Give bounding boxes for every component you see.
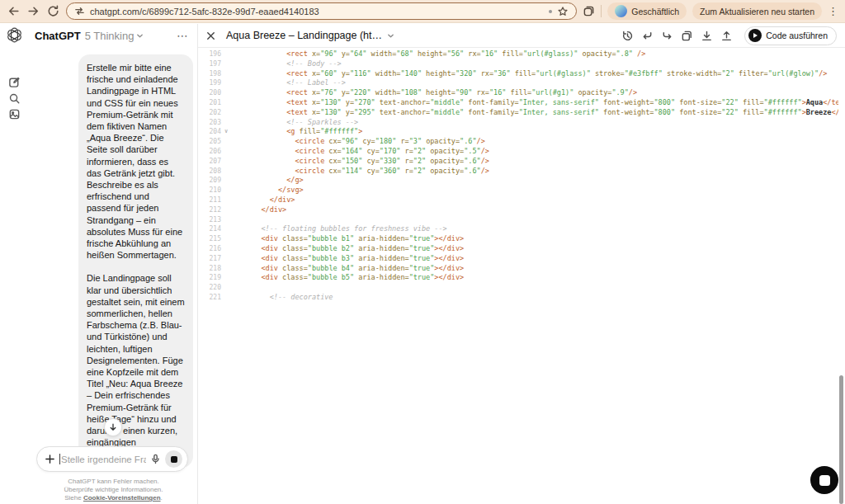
conversation-menu-icon[interactable]: ⋯ xyxy=(177,29,189,42)
reload-icon[interactable] xyxy=(46,4,60,18)
code-text: <div class="bubble b3" aria-hidden="true… xyxy=(244,254,464,264)
model-selector[interactable]: 5 Thinking xyxy=(85,30,144,42)
code-text: </div> xyxy=(244,205,286,215)
code-line[interactable]: 201 <text x="130" y="270" text-anchor="m… xyxy=(198,98,838,108)
code-line[interactable]: 211 </div> xyxy=(198,195,838,205)
canvas-scrollbar-thumb[interactable] xyxy=(839,375,843,504)
chat-disclaimer: ChatGPT kann Fehler machen. Überprüfe wi… xyxy=(30,478,197,502)
cookie-settings-link[interactable]: Cookie-Voreinstellungen xyxy=(83,494,161,502)
user-message-bubble: Erstelle mir bitte eine frische und einl… xyxy=(78,54,193,468)
code-line[interactable]: 196 <rect x="96" y="64" width="68" heigh… xyxy=(198,49,838,59)
profile-chip-label: Geschäftlich xyxy=(631,7,679,16)
chat-composer[interactable] xyxy=(36,446,188,472)
update-chrome-button[interactable]: Zum Aktualisieren neu starten xyxy=(692,2,822,20)
code-line[interactable]: 204∨ <g fill="#ffffff"> xyxy=(198,127,838,137)
library-icon[interactable] xyxy=(8,108,21,120)
line-number: 197 xyxy=(198,59,221,69)
gutter-spacer xyxy=(221,273,231,283)
fold-chevron-icon[interactable]: ∨ xyxy=(221,127,231,137)
gutter-spacer xyxy=(221,147,231,157)
canvas-panel: Aqua Breeze – Landingpage (ht… xyxy=(198,24,845,504)
code-line[interactable]: 214 <!-- floating bubbles for freshness … xyxy=(198,224,838,234)
update-chrome-label: Zum Aktualisieren neu starten xyxy=(700,7,814,16)
disclaimer-line-2: Überprüfe wichtige Informationen. xyxy=(30,486,197,494)
browser-menu-icon[interactable]: ⋮ xyxy=(828,6,838,16)
code-line[interactable]: 215 <div class="bubble b1" aria-hidden="… xyxy=(198,234,838,244)
chatgpt-logo[interactable] xyxy=(6,26,23,44)
code-line[interactable]: 198 <rect x="60" y="116" width="140" hei… xyxy=(198,69,838,79)
gutter-spacer xyxy=(221,244,231,254)
canvas-title[interactable]: Aqua Breeze – Landingpage (ht… xyxy=(226,30,382,41)
code-editor[interactable]: 195 <!-- ... -->196 <rect x="96" y="64" … xyxy=(198,48,838,303)
code-line[interactable]: 217 <div class="bubble b3" aria-hidden="… xyxy=(198,254,838,264)
line-number: 209 xyxy=(198,176,221,186)
sidebar-rail xyxy=(0,24,30,504)
redo-icon[interactable] xyxy=(661,30,673,42)
line-number: 217 xyxy=(198,254,221,264)
gutter-spacer xyxy=(221,69,231,79)
new-chat-icon[interactable] xyxy=(8,76,21,88)
code-line[interactable]: 197 <!-- Body --> xyxy=(198,59,838,69)
close-icon[interactable] xyxy=(205,31,216,41)
stop-generating-button[interactable] xyxy=(810,466,838,494)
canvas-title-chevron-icon[interactable] xyxy=(387,32,394,40)
code-line[interactable]: 203 <!-- Sparkles --> xyxy=(198,118,838,128)
code-line[interactable]: 220 xyxy=(198,283,838,293)
code-line[interactable]: 207 <circle cx="150" cy="330" r="2" opac… xyxy=(198,157,838,167)
gutter-spacer xyxy=(221,98,231,108)
download-icon[interactable] xyxy=(701,30,713,42)
code-text: </div> xyxy=(244,195,295,205)
line-number: 198 xyxy=(198,69,221,79)
code-line[interactable]: 209 </g> xyxy=(198,176,838,186)
line-number: 220 xyxy=(198,283,221,293)
copy-icon[interactable] xyxy=(681,30,693,42)
code-line[interactable]: 218 <div class="bubble b4" aria-hidden="… xyxy=(198,264,838,274)
scroll-to-bottom-button[interactable] xyxy=(104,418,122,436)
forward-icon[interactable] xyxy=(26,4,40,18)
address-bar[interactable]: chatgpt.com/c/6899c712-5afc-832e-99d7-ea… xyxy=(66,2,577,20)
code-line[interactable]: 213 xyxy=(198,215,838,225)
share-icon[interactable] xyxy=(720,30,733,42)
run-code-button[interactable]: Code ausführen xyxy=(744,26,837,45)
gutter-spacer xyxy=(221,167,231,177)
gutter-spacer xyxy=(221,49,231,59)
gutter-spacer xyxy=(221,283,231,293)
code-line[interactable]: 219 <div class="bubble b5" aria-hidden="… xyxy=(198,273,838,283)
code-line[interactable]: 216 <div class="bubble b2" aria-hidden="… xyxy=(198,244,838,254)
line-number: 207 xyxy=(198,157,221,167)
code-text: <rect x="76" y="220" width="108" height=… xyxy=(244,88,637,98)
profile-box-icon[interactable] xyxy=(583,5,595,17)
line-number: 196 xyxy=(198,49,221,59)
code-line[interactable]: 199 <!-- Label --> xyxy=(198,78,838,88)
code-line[interactable]: 210 </svg> xyxy=(198,186,838,195)
profile-chip[interactable]: Geschäftlich xyxy=(607,2,687,20)
gutter-spacer xyxy=(221,118,231,128)
code-line[interactable]: 205 <circle cx="96" cy="180" r="3" opaci… xyxy=(198,137,838,147)
mic-icon[interactable] xyxy=(150,454,161,464)
stop-voice-button[interactable] xyxy=(165,450,182,468)
gutter-spacer xyxy=(221,293,231,303)
code-line[interactable]: 200 <rect x="76" y="220" width="108" hei… xyxy=(198,88,838,98)
code-line[interactable]: 208 <circle cx="114" cy="360" r="2" opac… xyxy=(198,167,838,177)
attach-plus-icon[interactable] xyxy=(45,454,55,464)
search-icon[interactable] xyxy=(8,92,21,105)
chat-input[interactable] xyxy=(61,455,146,464)
site-settings-icon[interactable] xyxy=(74,6,85,16)
line-number: 216 xyxy=(198,244,221,254)
disclaimer-line-1: ChatGPT kann Fehler machen. xyxy=(30,478,197,486)
page-action-dot[interactable] xyxy=(549,10,552,13)
code-line[interactable]: 221 <!-- decorative xyxy=(198,293,838,303)
code-line[interactable]: 212 </div> xyxy=(198,205,838,215)
undo-icon[interactable] xyxy=(641,30,654,42)
bookmark-star-icon[interactable] xyxy=(557,6,569,17)
gutter-spacer xyxy=(221,205,231,215)
code-text: <div class="bubble b4" aria-hidden="true… xyxy=(244,264,464,274)
code-line[interactable]: 202 <text x="130" y="295" text-anchor="m… xyxy=(198,108,838,118)
gutter-spacer xyxy=(221,186,231,195)
url-text[interactable]: chatgpt.com/c/6899c712-5afc-832e-99d7-ea… xyxy=(90,7,544,16)
line-number: 218 xyxy=(198,264,221,274)
code-line[interactable]: 206 <circle cx="164" cy="170" r="2" opac… xyxy=(198,147,838,157)
back-icon[interactable] xyxy=(7,4,21,18)
history-icon[interactable] xyxy=(621,30,634,42)
gutter-spacer xyxy=(221,78,231,88)
